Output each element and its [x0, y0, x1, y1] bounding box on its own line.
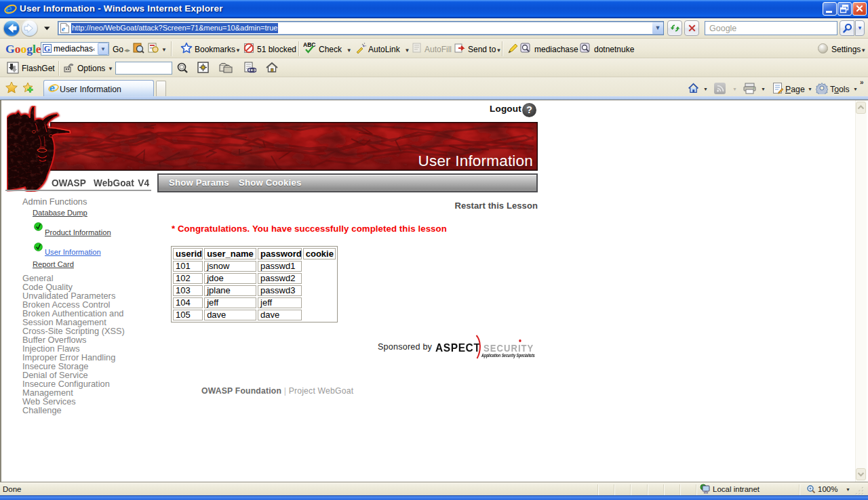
svg-text:ABC: ABC	[303, 41, 315, 48]
svg-text:e: e	[62, 24, 65, 33]
svg-text:User Information: User Information	[418, 152, 533, 169]
